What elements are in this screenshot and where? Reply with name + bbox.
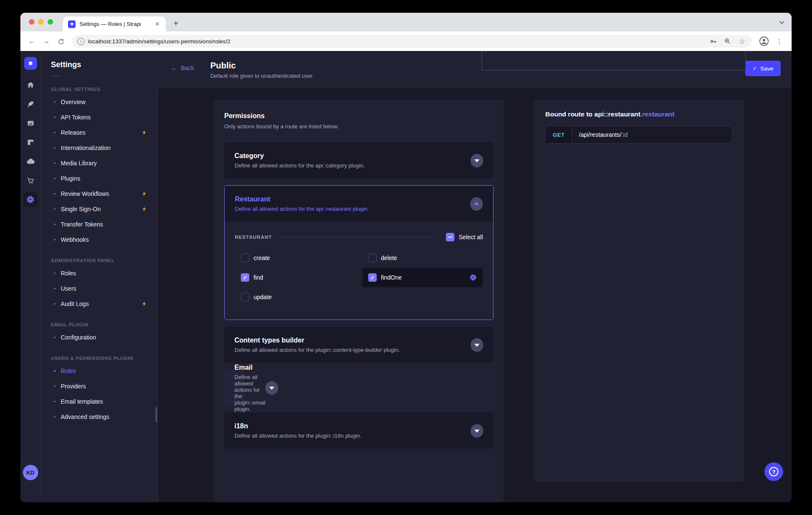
settings-sidebar: Settings GLOBAL SETTINGS Overview API To…	[41, 51, 158, 502]
accordion-category[interactable]: Category Define all allowed actions for …	[224, 142, 493, 178]
expand-button[interactable]	[471, 338, 483, 352]
browser-tab[interactable]: Settings — Roles | Strapi ✕	[63, 17, 166, 31]
sidebar-item-webhooks[interactable]: Webhooks	[41, 232, 158, 247]
sidebar-item-providers[interactable]: Providers	[41, 379, 158, 394]
sidebar-item-plugins[interactable]: Plugins	[41, 171, 158, 186]
home-icon[interactable]	[20, 75, 41, 94]
bullet-icon	[54, 208, 56, 210]
sidebar-item-media-library[interactable]: Media Library	[41, 156, 158, 171]
new-tab-button[interactable]: +	[170, 17, 182, 29]
sidebar-item-audit-logs[interactable]: Audit Logs	[41, 296, 158, 311]
browser-tab-bar: Settings — Roles | Strapi ✕ +	[20, 13, 792, 31]
chevron-down-icon	[474, 344, 479, 347]
zoom-icon[interactable]	[722, 36, 733, 47]
expand-button[interactable]	[471, 154, 483, 167]
address-bar[interactable]: i localhost:1337/admin/settings/users-pe…	[72, 35, 752, 48]
back-link[interactable]: ← Back	[171, 64, 194, 72]
expand-button[interactable]	[471, 424, 483, 438]
accordion-title: Category	[234, 152, 471, 160]
strapi-favicon-icon	[68, 20, 76, 28]
browser-forward-icon[interactable]: →	[40, 35, 53, 48]
page-title: Public	[210, 61, 314, 71]
cloud-icon[interactable]	[20, 152, 41, 171]
chevron-down-icon	[474, 430, 479, 433]
update-checkbox[interactable]	[241, 293, 249, 301]
accordion-content-types-builder[interactable]: Content types builder Define all allowed…	[224, 327, 493, 363]
action-create[interactable]: create	[235, 248, 355, 268]
bullet-icon	[54, 132, 56, 133]
url-text[interactable]: localhost:1337/admin/settings/users-perm…	[88, 38, 704, 45]
tab-search-chevron-icon[interactable]	[778, 19, 786, 26]
restaurant-permissions-body: RESTAURANT Select all	[225, 222, 493, 320]
sidebar-item-configuration[interactable]: Configuration	[41, 330, 158, 345]
accordion-list: Category Define all allowed actions for …	[224, 142, 493, 449]
password-key-icon[interactable]	[708, 36, 719, 47]
close-tab-icon[interactable]: ✕	[153, 20, 161, 28]
action-find[interactable]: ✓ find	[235, 268, 355, 287]
save-button[interactable]: ✓ Save	[745, 61, 781, 76]
sidebar-item-up-roles[interactable]: Roles	[41, 363, 158, 379]
create-checkbox[interactable]	[241, 254, 249, 262]
bookmark-star-icon[interactable]: ☆	[736, 36, 747, 47]
select-all-control[interactable]: Select all	[446, 233, 483, 241]
page-subtitle: Default role given to unauthenticated us…	[210, 73, 314, 79]
check-icon: ✓	[753, 65, 757, 71]
lightning-icon	[141, 130, 147, 136]
window-controls[interactable]	[29, 19, 53, 25]
sidebar-item-review-workflows[interactable]: Review Workflows	[41, 186, 158, 201]
action-update[interactable]: update	[235, 287, 355, 307]
marketplace-cart-icon[interactable]	[20, 171, 41, 190]
lightning-icon	[141, 206, 147, 212]
permissions-panel: Permissions Only actions bound by a rout…	[214, 99, 504, 502]
accordion-description: Define all allowed actions for the plugi…	[234, 374, 265, 412]
chevron-down-icon	[269, 387, 274, 390]
accordion-restaurant-header[interactable]: Restaurant Define all allowed actions fo…	[225, 186, 493, 222]
bullet-icon	[54, 416, 56, 418]
collapse-button[interactable]	[470, 197, 483, 211]
maximize-window-button[interactable]	[48, 19, 53, 25]
accordion-title: Content types builder	[234, 337, 471, 344]
content-area: Permissions Only actions bound by a rout…	[158, 88, 792, 502]
action-findone[interactable]: ✓ findOne	[362, 268, 483, 287]
settings-gear-icon[interactable]	[20, 190, 41, 209]
delete-checkbox[interactable]	[368, 254, 377, 262]
sidebar-item-releases[interactable]: Releases	[41, 125, 158, 140]
action-delete[interactable]: delete	[362, 248, 483, 268]
accordion-i18n[interactable]: i18n Define all allowed actions for the …	[224, 413, 493, 449]
accordion-description: Define all allowed actions for the api::…	[235, 206, 470, 212]
accordion-title: Restaurant	[235, 195, 470, 203]
accordion-email[interactable]: Email Define all allowed actions for the…	[224, 370, 245, 406]
select-all-checkbox[interactable]	[446, 233, 454, 241]
strapi-app: KD Settings GLOBAL SETTINGS Overview API…	[20, 51, 792, 502]
findone-checkbox[interactable]: ✓	[368, 273, 377, 282]
reload-icon[interactable]	[54, 35, 67, 48]
browser-menu-icon[interactable]: ⋮	[773, 35, 786, 48]
close-window-button[interactable]	[29, 19, 34, 25]
sidebar-item-advanced-settings[interactable]: Advanced settings	[41, 409, 158, 424]
content-manager-feather-icon[interactable]	[20, 94, 41, 113]
sidebar-item-single-sign-on[interactable]: Single Sign-On	[41, 201, 158, 217]
site-info-icon[interactable]: i	[77, 38, 85, 45]
sidebar-item-admin-users[interactable]: Users	[41, 281, 158, 296]
sidebar-item-transfer-tokens[interactable]: Transfer Tokens	[41, 217, 158, 232]
sidebar-item-api-tokens[interactable]: API Tokens	[41, 110, 158, 125]
content-type-builder-layout-icon[interactable]	[20, 133, 41, 152]
sidebar-item-admin-roles[interactable]: Roles	[41, 266, 158, 281]
sidebar-title-rule	[51, 76, 61, 76]
user-avatar[interactable]: KD	[23, 465, 38, 480]
strapi-logo-icon[interactable]	[24, 57, 37, 70]
media-library-icon[interactable]	[20, 113, 41, 133]
sidebar-item-email-templates[interactable]: Email templates	[41, 394, 158, 409]
sidebar-scrollbar-thumb[interactable]	[155, 407, 157, 422]
bullet-icon	[54, 162, 56, 164]
find-checkbox[interactable]: ✓	[241, 273, 249, 282]
advanced-settings-gear-icon[interactable]	[469, 274, 477, 281]
sidebar-item-internationalization[interactable]: Internationalization	[41, 140, 158, 156]
browser-back-icon[interactable]: ←	[25, 35, 38, 48]
help-button[interactable]: ?	[764, 462, 783, 481]
section-administration-panel: ADMINISTRATION PANEL	[51, 258, 147, 263]
profile-avatar-icon[interactable]	[758, 36, 770, 47]
sidebar-item-overview[interactable]: Overview	[41, 94, 158, 110]
minimize-window-button[interactable]	[38, 19, 44, 25]
expand-button[interactable]	[265, 381, 278, 395]
